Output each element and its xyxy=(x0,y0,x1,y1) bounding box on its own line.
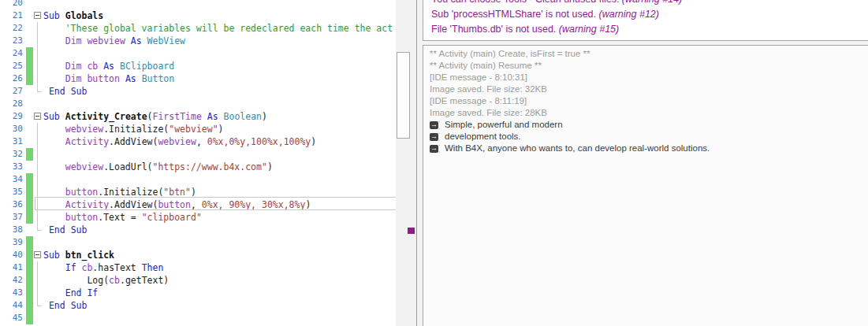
code-line[interactable]: 43 End If xyxy=(0,287,396,299)
code-line[interactable]: 21Sub Globals xyxy=(0,9,396,22)
log-entry[interactable]: development tools. xyxy=(430,131,868,143)
change-indicator-bar xyxy=(26,186,33,198)
code-line[interactable]: 27 End Sub xyxy=(0,85,396,98)
code-text: Sub Activity_Create(FirstTime As Boolean… xyxy=(43,110,396,123)
code-text xyxy=(43,0,396,9)
log-entry[interactable]: ** Activity (main) Create, isFirst = tru… xyxy=(430,48,868,60)
code-text xyxy=(43,312,396,324)
logs-list: ** Activity (main) Create, isFirst = tru… xyxy=(430,48,868,154)
fold-guide-line xyxy=(33,173,43,186)
code-line[interactable]: 36 Activity.AddView(button, 0%x, 90%y, 3… xyxy=(0,198,396,211)
change-indicator-bar xyxy=(26,287,33,299)
code-line[interactable]: 26 Dim button As Button xyxy=(0,72,396,85)
log-entry[interactable]: [IDE message - 8:10:31] xyxy=(430,72,868,83)
warning-number: (warning #14) xyxy=(622,0,682,5)
code-line[interactable]: 41 If cb.hasText Then xyxy=(0,261,396,274)
change-indicator-bar xyxy=(26,236,33,249)
warnings-panel: You can choose Tools - Clean unused file… xyxy=(423,0,868,41)
gutter-spacer xyxy=(26,35,33,47)
fold-guide-line xyxy=(33,198,43,211)
code-text xyxy=(43,98,396,110)
change-indicator-bar xyxy=(26,261,33,274)
code-line[interactable]: 34 xyxy=(0,173,396,186)
warning-text: File 'Thumbs.db' is not used. xyxy=(431,24,559,35)
editor-vscrollbar[interactable] xyxy=(396,0,416,326)
line-number: 40 xyxy=(0,249,23,261)
fold-guide-line xyxy=(33,123,43,135)
change-indicator-bar xyxy=(26,47,33,60)
code-text: If cb.hasText Then xyxy=(43,261,396,274)
code-text: 'These global variables will be redeclar… xyxy=(43,22,396,35)
code-line[interactable]: 42 Log(cb.getText) xyxy=(0,274,396,287)
code-text: Activity.AddView(webview, 0%x,0%y,100%x,… xyxy=(43,135,396,148)
fold-guide-line xyxy=(33,224,43,236)
log-entry[interactable]: Simple, powerful and modern xyxy=(430,119,868,131)
code-line[interactable]: 44 End Sub xyxy=(0,299,396,312)
line-number: 20 xyxy=(0,0,23,9)
code-line[interactable]: 40Sub btn_click xyxy=(0,249,396,261)
line-number: 26 xyxy=(0,72,23,85)
fold-guide-line xyxy=(33,312,43,324)
log-entry[interactable]: ** Activity (main) Resume ** xyxy=(430,60,868,72)
warning-item[interactable]: File 'Thumbs.db' is not used. (warning #… xyxy=(431,22,868,37)
line-number: 37 xyxy=(0,211,23,224)
log-entry[interactable]: [IDE message - 8:11:19] xyxy=(430,95,868,107)
code-line[interactable]: 35 button.Initialize("btn") xyxy=(0,186,396,198)
code-editor[interactable]: 2021Sub Globals22 'These global variable… xyxy=(0,0,417,326)
warning-item[interactable]: You can choose Tools - Clean unused file… xyxy=(431,0,868,7)
gutter-spacer xyxy=(26,0,33,9)
gutter-spacer xyxy=(26,98,33,110)
line-number: 28 xyxy=(0,98,23,110)
logs-panel: ** Activity (main) Create, isFirst = tru… xyxy=(423,45,868,326)
change-indicator-bar xyxy=(26,60,33,72)
log-entry[interactable]: Image saved. File size: 28KB xyxy=(430,107,868,119)
line-number: 25 xyxy=(0,60,23,72)
log-redirect-arrow-icon xyxy=(430,133,440,141)
code-line[interactable]: 38 End Sub xyxy=(0,224,396,236)
log-text: ** Activity (main) Create, isFirst = tru… xyxy=(430,49,590,58)
code-line[interactable]: 33 webview.LoadUrl("https://www.b4x.com"… xyxy=(0,161,396,173)
code-line[interactable]: 24 xyxy=(0,47,396,60)
code-line[interactable]: 29Sub Activity_Create(FirstTime As Boole… xyxy=(0,110,396,123)
code-text: Sub btn_click xyxy=(43,249,396,261)
gutter-spacer xyxy=(26,110,33,123)
code-line[interactable]: 28 xyxy=(0,98,396,110)
code-line[interactable]: 39 xyxy=(0,236,396,249)
code-text: Dim webview As WebView xyxy=(43,35,396,47)
line-number: 44 xyxy=(0,299,23,312)
code-line[interactable]: 30 webview.Initialize("webview") xyxy=(0,123,396,135)
line-number: 32 xyxy=(0,148,23,161)
log-redirect-arrow-icon xyxy=(430,145,440,153)
warning-text: Sub 'processHTMLShare' is not used. xyxy=(431,9,599,20)
line-number: 29 xyxy=(0,110,23,123)
code-text: Activity.AddView(button, 0%x, 90%y, 30%x… xyxy=(43,198,396,211)
change-indicator-bar xyxy=(26,173,33,186)
log-text: [IDE message - 8:10:31] xyxy=(430,72,527,82)
line-number: 45 xyxy=(0,312,23,324)
scrollbar-thumb[interactable] xyxy=(397,52,410,139)
fold-guide-line xyxy=(33,98,43,110)
fold-collapse-icon[interactable] xyxy=(33,249,43,261)
change-indicator-bar xyxy=(26,211,33,224)
fold-guide-line xyxy=(33,148,43,161)
log-entry[interactable]: With B4X, anyone who wants to, can devel… xyxy=(430,143,868,154)
line-number: 24 xyxy=(0,47,23,60)
code-line[interactable]: 37 button.Text = "clipboard" xyxy=(0,211,396,224)
code-line[interactable]: 32 xyxy=(0,148,396,161)
code-line[interactable]: 31 Activity.AddView(webview, 0%x,0%y,100… xyxy=(0,135,396,148)
fold-collapse-icon[interactable] xyxy=(33,110,43,123)
code-line[interactable]: 23 Dim webview As WebView xyxy=(0,35,396,47)
fold-guide-line xyxy=(33,0,43,9)
log-entry[interactable]: Image saved. File size: 32KB xyxy=(430,83,868,95)
fold-guide-line xyxy=(33,47,43,60)
warning-item[interactable]: Sub 'processHTMLShare' is not used. (war… xyxy=(431,7,868,22)
code-line[interactable]: 25 Dim cb As BClipboard xyxy=(0,60,396,72)
fold-guide-line xyxy=(33,135,43,148)
code-text: Sub Globals xyxy=(43,9,396,22)
fold-collapse-icon[interactable] xyxy=(33,9,43,22)
code-line[interactable]: 20 xyxy=(0,0,396,9)
warning-number: (warning #15) xyxy=(559,24,619,35)
code-text: End Sub xyxy=(43,224,396,236)
code-line[interactable]: 22 'These global variables will be redec… xyxy=(0,22,396,35)
code-line[interactable]: 45 xyxy=(0,312,396,324)
